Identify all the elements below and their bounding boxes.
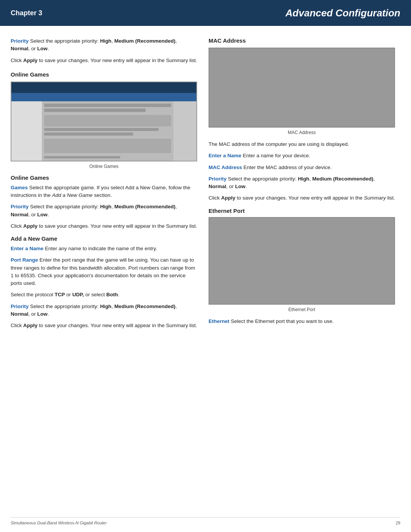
main-content: Priority Select the appropriate priority… bbox=[0, 26, 411, 348]
online-games-caption: Online Games bbox=[11, 164, 197, 169]
priority-label-1: Priority bbox=[11, 38, 29, 44]
apply-bold-3: Apply bbox=[23, 323, 38, 328]
port-range-label: Port Range bbox=[11, 257, 38, 263]
mac-desc-text: The MAC address of the computer you are … bbox=[209, 141, 349, 147]
priority-normal-2: Normal bbox=[11, 212, 29, 217]
port-range-text: Enter the port range that the game will … bbox=[11, 257, 195, 286]
priority-normal-1: Normal bbox=[11, 46, 29, 51]
online-games-section-heading: Online Games bbox=[11, 174, 197, 181]
priority-text-3: Select the appropriate priority: High, M… bbox=[11, 304, 177, 317]
enter-name-para: Enter a Name Enter any name to indicate … bbox=[11, 245, 197, 252]
summary-italic: Summary bbox=[364, 195, 386, 201]
apply-online-para: Click Apply to save your changes. Your n… bbox=[11, 222, 197, 230]
priority-normal-mac: Normal bbox=[209, 184, 226, 189]
ethernet-label: Ethernet bbox=[209, 318, 229, 324]
priority-online-para: Priority Select the appropriate priority… bbox=[11, 203, 197, 219]
priority-mac-label: Priority bbox=[209, 176, 226, 182]
enter-name-text: Enter any name to indicate the name of t… bbox=[43, 246, 157, 251]
priority-low-mac: Low bbox=[235, 184, 245, 189]
screenshot-right bbox=[174, 101, 196, 161]
priority-medium-1: Medium (Recommended) bbox=[114, 38, 175, 44]
priority-mac-text: Select the appropriate priority: High, M… bbox=[209, 176, 375, 189]
games-para: Games Select the appropriate game. If yo… bbox=[11, 184, 197, 200]
protocol-text: Select the protocol TCP or UDP, or selec… bbox=[11, 292, 119, 297]
apply-text-1: Click Apply to save your changes. Your n… bbox=[11, 58, 197, 63]
apply-intro-para: Click Apply to save your changes. Your n… bbox=[11, 57, 197, 64]
apply-mac-text: Click Apply to save your changes. Your n… bbox=[209, 195, 395, 201]
tcp-label: TCP bbox=[55, 292, 65, 297]
page-title-bg: Advanced Configuration bbox=[99, 0, 411, 26]
priority-text-2: Select the appropriate priority: High, M… bbox=[11, 204, 177, 217]
page-footer: Simultaneous Dual-Band Wireless-N Gigabi… bbox=[11, 517, 400, 525]
chapter-label: Chapter 3 bbox=[11, 9, 42, 17]
priority-medium-2: Medium (Recommended) bbox=[114, 204, 175, 209]
mac-address-field-label: MAC Address bbox=[209, 165, 242, 170]
enter-name-mac-para: Enter a Name Enter a name for your devic… bbox=[209, 152, 395, 160]
add-new-game-heading: Add a New Game bbox=[11, 235, 197, 242]
priority-high-1: High bbox=[100, 38, 112, 44]
priority-low-3: Low bbox=[37, 311, 48, 317]
screenshot-sidebar bbox=[11, 101, 42, 161]
priority-mac-para: Priority Select the appropriate priority… bbox=[209, 175, 395, 191]
games-text: Select the appropriate game. If you sele… bbox=[11, 185, 190, 198]
priority-medium-3: Medium (Recommended) bbox=[114, 304, 175, 309]
priority-intro-para: Priority Select the appropriate priority… bbox=[11, 37, 197, 53]
apply-bold-2: Apply bbox=[23, 223, 38, 229]
protocol-para: Select the protocol TCP or UDP, or selec… bbox=[11, 291, 197, 299]
enter-name-mac-text: Enter a name for your device. bbox=[241, 153, 310, 158]
enter-name-label: Enter a Name bbox=[11, 246, 43, 251]
port-range-para: Port Range Enter the port range that the… bbox=[11, 256, 197, 287]
games-label: Games bbox=[11, 185, 28, 190]
ethernet-para: Ethernet Select the Ethernet port that y… bbox=[209, 318, 395, 325]
priority-add-para: Priority Select the appropriate priority… bbox=[11, 303, 197, 318]
priority-high-3: High bbox=[100, 304, 112, 309]
ethernet-port-image bbox=[209, 217, 395, 305]
apply-mac-para: Click Apply to save your changes. Your n… bbox=[209, 194, 395, 202]
priority-label-2: Priority bbox=[11, 204, 29, 209]
add-new-game-italic: Add a New Game bbox=[52, 192, 93, 198]
priority-medium-mac: Medium (Recommended) bbox=[312, 176, 373, 182]
priority-text-1: Select the appropriate priority: High, M… bbox=[11, 38, 177, 51]
priority-normal-3: Normal bbox=[11, 311, 29, 317]
apply-add-para: Click Apply to save your changes. Your n… bbox=[11, 322, 197, 329]
footer-left-text: Simultaneous Dual-Band Wireless-N Gigabi… bbox=[11, 521, 107, 525]
left-column: Priority Select the appropriate priority… bbox=[11, 37, 197, 333]
chapter-label-bg: Chapter 3 bbox=[0, 0, 99, 26]
right-column: MAC Address MAC Address The MAC address … bbox=[209, 37, 395, 333]
footer-page-number: 29 bbox=[396, 521, 400, 525]
mac-address-caption: MAC Address bbox=[209, 130, 395, 135]
mac-address-field-para: MAC Address Enter the MAC address of you… bbox=[209, 164, 395, 171]
priority-low-1: Low bbox=[37, 46, 48, 51]
ethernet-port-caption: Ethernet Port bbox=[209, 307, 395, 312]
online-games-screenshot bbox=[11, 81, 197, 161]
screenshot-navbar bbox=[11, 93, 196, 101]
mac-address-heading: MAC Address bbox=[209, 37, 395, 44]
online-games-heading-1: Online Games bbox=[11, 71, 197, 78]
udp-label: UDP, bbox=[72, 292, 84, 297]
priority-high-2: High bbox=[100, 204, 112, 209]
screenshot-topbar bbox=[11, 82, 196, 93]
apply-bold-mac: Apply bbox=[221, 195, 236, 201]
priority-low-2: Low bbox=[37, 212, 48, 217]
mac-address-field-text: Enter the MAC address of your device. bbox=[242, 165, 332, 170]
both-label: Both bbox=[106, 292, 118, 297]
page-title: Advanced Configuration bbox=[285, 7, 400, 19]
mac-desc-para: The MAC address of the computer you are … bbox=[209, 141, 395, 148]
mac-address-image bbox=[209, 48, 395, 128]
apply-text-2: Click Apply to save your changes. Your n… bbox=[11, 223, 197, 229]
apply-bold-1: Apply bbox=[23, 58, 38, 63]
ethernet-port-heading: Ethernet Port bbox=[209, 208, 395, 214]
apply-text-3: Click Apply to save your changes. Your n… bbox=[11, 323, 197, 328]
priority-high-mac: High bbox=[298, 176, 309, 182]
priority-label-3: Priority bbox=[11, 304, 29, 309]
ethernet-text: Select the Ethernet port that you want t… bbox=[229, 318, 334, 324]
enter-name-mac-label: Enter a Name bbox=[209, 153, 241, 158]
page-header: Chapter 3 Advanced Configuration bbox=[0, 0, 411, 26]
